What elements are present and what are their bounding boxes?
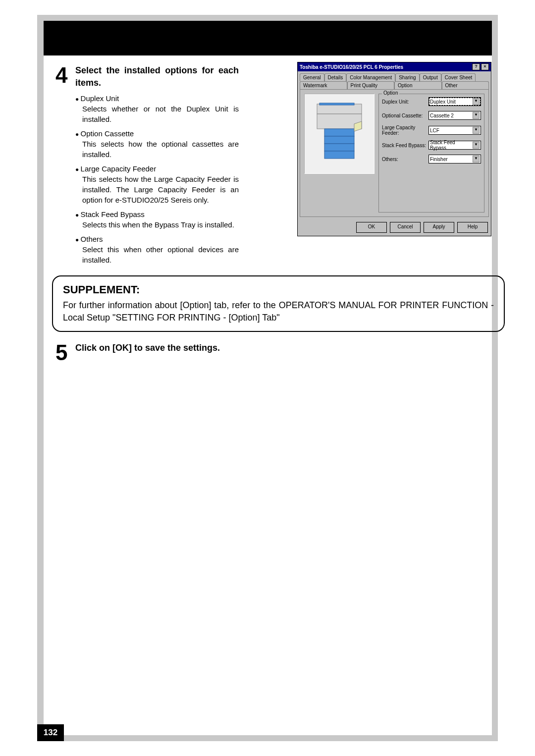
chevron-down-icon: ▼ xyxy=(473,98,480,105)
duplex-unit-select[interactable]: Duplex Unit ▼ xyxy=(428,97,481,106)
select-value: Finisher xyxy=(430,157,448,162)
bullet-head: Others xyxy=(75,235,239,243)
supplement-title: SUPPLEMENT: xyxy=(63,283,494,296)
bullet-desc: This selects how the Large Capacity Feed… xyxy=(82,174,239,205)
tab-cover-sheet[interactable]: Cover Sheet xyxy=(441,73,476,81)
option-row-others: Others: Finisher ▼ xyxy=(382,155,481,163)
help-icon[interactable]: ? xyxy=(472,63,480,70)
option-row-bypass: Stack Feed Bypass: Stack Feed Bypass ▼ xyxy=(382,141,481,150)
bullet-head: Large Capacity Feeder xyxy=(75,164,239,173)
svg-rect-0 xyxy=(317,104,362,114)
select-value: Stack Feed Bypass xyxy=(430,140,473,151)
group-label: Option xyxy=(382,90,399,96)
properties-dialog: Toshiba e-STUDIO16/20/25 PCL 6 Propertie… xyxy=(297,62,491,236)
bullet-list: Duplex Unit Selects whether or not the D… xyxy=(75,94,239,265)
svg-rect-3 xyxy=(324,129,354,136)
supplement-box: SUPPLEMENT: For further information abou… xyxy=(52,275,505,332)
bullet-item: Large Capacity Feeder This selects how t… xyxy=(75,164,239,205)
bullet-head: Stack Feed Bypass xyxy=(75,210,239,218)
tab-strip: General Details Color Management Sharing… xyxy=(298,71,491,89)
step-body: Click on [OK] to save the settings. xyxy=(75,342,402,364)
select-value: LCF xyxy=(430,128,439,133)
option-label: Large Capacity Feeder: xyxy=(382,125,427,136)
tab-color-management[interactable]: Color Management xyxy=(346,73,395,81)
dialog-body: Option Duplex Unit: Duplex Unit ▼ Option… xyxy=(300,89,489,217)
dialog-titlebar: Toshiba e-STUDIO16/20/25 PCL 6 Propertie… xyxy=(298,62,491,71)
header-bar xyxy=(44,21,492,55)
cancel-button[interactable]: Cancel xyxy=(390,222,421,233)
help-button[interactable]: Help xyxy=(457,222,488,233)
bullet-item: Duplex Unit Selects whether or not the D… xyxy=(75,94,239,124)
bullet-desc: Selects whether or not the Duplex Unit i… xyxy=(82,104,239,124)
others-select[interactable]: Finisher ▼ xyxy=(428,155,481,163)
option-label: Others: xyxy=(382,157,427,162)
tab-general[interactable]: General xyxy=(300,73,324,81)
large-capacity-feeder-select[interactable]: LCF ▼ xyxy=(428,126,481,135)
option-label: Optional Cassette: xyxy=(382,113,427,118)
option-row-lcf: Large Capacity Feeder: LCF ▼ xyxy=(382,125,481,136)
svg-rect-1 xyxy=(320,103,354,105)
step-4: 4 Select the installed options for each … xyxy=(55,64,239,270)
option-group: Option Duplex Unit: Duplex Unit ▼ Option… xyxy=(378,94,484,213)
svg-rect-5 xyxy=(324,144,354,151)
step-title: Click on [OK] to save the settings. xyxy=(75,342,402,354)
select-value: Cassette 2 xyxy=(430,113,454,118)
tab-print-quality[interactable]: Print Quality xyxy=(347,81,395,89)
chevron-down-icon: ▼ xyxy=(473,127,480,134)
manual-page: 4 Select the installed options for each … xyxy=(0,0,535,756)
printer-icon xyxy=(305,94,374,173)
tab-watermark[interactable]: Watermark xyxy=(300,81,347,89)
step-number: 5 xyxy=(55,342,70,364)
select-value: Duplex Unit xyxy=(430,99,456,105)
bullet-head: Option Cassette xyxy=(75,129,239,138)
page-number-badge: 132 xyxy=(37,724,64,741)
option-row-cassette: Optional Cassette: Cassette 2 ▼ xyxy=(382,111,481,120)
step-5: 5 Click on [OK] to save the settings. xyxy=(55,342,402,364)
apply-button[interactable]: Apply xyxy=(424,222,454,233)
bullet-desc: Selects this when the Bypass Tray is ins… xyxy=(82,219,239,230)
tab-option[interactable]: Option xyxy=(394,81,442,89)
close-icon[interactable]: × xyxy=(481,63,489,70)
chevron-down-icon: ▼ xyxy=(473,112,480,119)
bullet-desc: This selects how the optional cassettes … xyxy=(82,139,239,160)
tab-details[interactable]: Details xyxy=(324,73,347,81)
optional-cassette-select[interactable]: Cassette 2 ▼ xyxy=(428,111,481,120)
tab-output[interactable]: Output xyxy=(420,73,441,81)
tab-sharing[interactable]: Sharing xyxy=(395,73,419,81)
bullet-item: Stack Feed Bypass Selects this when the … xyxy=(75,210,239,230)
svg-rect-4 xyxy=(324,136,354,144)
chevron-down-icon: ▼ xyxy=(473,156,480,162)
svg-rect-6 xyxy=(324,151,354,159)
dialog-title-text: Toshiba e-STUDIO16/20/25 PCL 6 Propertie… xyxy=(300,64,403,70)
step-number: 4 xyxy=(55,64,70,270)
option-label: Duplex Unit: xyxy=(382,99,427,105)
chevron-down-icon: ▼ xyxy=(473,142,480,149)
bullet-desc: Select this when other optional devices … xyxy=(82,244,239,265)
stack-feed-bypass-select[interactable]: Stack Feed Bypass ▼ xyxy=(428,141,481,150)
bullet-item: Others Select this when other optional d… xyxy=(75,235,239,265)
bullet-item: Option Cassette This selects how the opt… xyxy=(75,129,239,160)
printer-preview xyxy=(304,94,374,174)
bullet-head: Duplex Unit xyxy=(75,94,239,103)
tab-other[interactable]: Other xyxy=(442,81,489,89)
option-label: Stack Feed Bypass: xyxy=(382,143,427,148)
step-title: Select the installed options for each it… xyxy=(75,64,239,89)
supplement-body: For further information about [Option] t… xyxy=(63,299,494,324)
step-body: Select the installed options for each it… xyxy=(75,64,239,270)
dialog-button-row: OK Cancel Apply Help xyxy=(298,219,491,236)
option-row-duplex: Duplex Unit: Duplex Unit ▼ xyxy=(382,97,481,106)
ok-button[interactable]: OK xyxy=(356,222,387,233)
dialog-title-buttons: ? × xyxy=(472,63,489,70)
